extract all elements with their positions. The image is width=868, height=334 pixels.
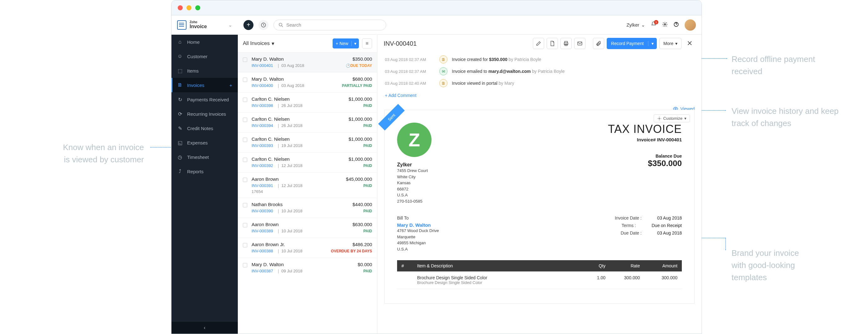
checkbox[interactable] xyxy=(243,178,247,182)
balance-due-value: $350.000 xyxy=(608,159,682,168)
history-icon: 🗎 xyxy=(439,55,447,64)
print-button[interactable] xyxy=(560,38,572,49)
invoice-detail: INV-000401 Record Payment ▾ More▾ ✕ 03 A… xyxy=(377,35,702,334)
org-selector[interactable]: Zylker ⌄ xyxy=(626,22,645,28)
chrome-close[interactable] xyxy=(178,5,183,10)
checkbox[interactable] xyxy=(243,58,247,62)
annotation-brand: Brand your invoice with good-looking tem… xyxy=(732,247,799,283)
checkbox[interactable] xyxy=(243,263,247,267)
history-row: 03 Aug 2018 02:37 AM ✉ Invoice emailed t… xyxy=(385,65,694,77)
svg-point-2 xyxy=(664,24,666,25)
attach-button[interactable] xyxy=(593,38,604,49)
paperclip-icon xyxy=(596,41,601,46)
invoice-row[interactable]: Carlton C. Nielsen$1,000.000 INV-000394｜… xyxy=(238,112,377,132)
pencil-icon xyxy=(536,41,541,46)
quick-add-button[interactable]: + xyxy=(243,20,253,30)
home-icon: ⌂ xyxy=(177,39,183,45)
chrome-bar xyxy=(172,0,702,15)
sidebar-item-payments-received[interactable]: ↻Payments Received xyxy=(172,92,238,107)
printer-icon xyxy=(563,41,569,46)
checkbox[interactable] xyxy=(243,223,247,227)
collapse-sidebar[interactable]: ‹ xyxy=(172,322,238,334)
customize-button[interactable]: Customize▾ xyxy=(654,114,690,122)
company-name: Zylker xyxy=(397,162,608,168)
edit-button[interactable] xyxy=(533,38,544,49)
sidebar-item-recurring-invoices[interactable]: ⟳Recurring Invoices xyxy=(172,107,238,121)
add-comment-link[interactable]: + Add Comment xyxy=(377,90,702,100)
more-button[interactable]: More▾ xyxy=(659,38,682,49)
invoice-list-column: All Invoices▾ +New ▾ ≡ Mary D. Walton$35… xyxy=(238,35,377,334)
brand-top: Zoho xyxy=(190,20,207,24)
sidebar-item-invoices[interactable]: 🗎Invoices+ xyxy=(172,78,238,92)
brand-switcher[interactable]: Zoho Invoice ⌄ xyxy=(172,20,238,30)
table-row: Brochure Design Single Sided ColorBrochu… xyxy=(397,271,682,289)
notifications-button[interactable]: 1 xyxy=(651,21,656,29)
sidebar-item-home[interactable]: ⌂Home xyxy=(172,35,238,49)
search-placeholder: Search xyxy=(286,22,301,28)
record-payment-dropdown[interactable]: ▾ xyxy=(648,41,657,46)
invoice-row[interactable]: Carlton C. Nielsen$1,000.000 INV-000398｜… xyxy=(238,92,377,112)
chart-icon: ⤴ xyxy=(177,169,183,174)
checkbox[interactable] xyxy=(243,243,247,247)
billto-label: Bill To xyxy=(397,215,615,221)
checkbox[interactable] xyxy=(243,138,247,142)
company-logo: Z xyxy=(397,123,432,157)
email-button[interactable] xyxy=(574,38,585,49)
user-icon: ☺ xyxy=(177,54,183,59)
gear-icon xyxy=(662,22,668,27)
history-row: 03 Aug 2018 02:37 AM 🗎 Invoice created f… xyxy=(385,54,694,65)
add-icon[interactable]: + xyxy=(229,82,232,88)
help-button[interactable] xyxy=(673,22,679,29)
brand-logo-icon xyxy=(177,20,186,30)
checkbox[interactable] xyxy=(243,77,247,82)
chrome-minimize[interactable] xyxy=(186,5,191,10)
checkbox[interactable] xyxy=(243,203,247,207)
invoice-row[interactable]: Mary D. Walton$0.000 INV-000387｜ 09 Jul … xyxy=(238,258,377,278)
sidebar-item-reports[interactable]: ⤴Reports xyxy=(172,164,238,178)
checkbox[interactable] xyxy=(243,98,247,102)
sidebar-item-items[interactable]: ⬚Items xyxy=(172,64,238,78)
new-invoice-dropdown[interactable]: ▾ xyxy=(351,41,359,46)
invoice-number: Invoice# INV-000401 xyxy=(608,137,682,142)
avatar[interactable] xyxy=(685,20,696,31)
invoice-title: INV-000401 xyxy=(383,40,530,47)
invoice-row[interactable]: Mary D. Walton$680.000 INV-000400｜ 03 Au… xyxy=(238,72,377,92)
svg-point-9 xyxy=(659,118,660,119)
invoice-row[interactable]: Aaron Brown Jr.$486.200 INV-000388｜ 10 J… xyxy=(238,238,377,258)
search-input[interactable]: Search xyxy=(274,20,386,30)
gear-icon xyxy=(657,116,661,121)
history-icon xyxy=(261,22,266,28)
checkbox[interactable] xyxy=(243,118,247,122)
pdf-icon xyxy=(550,41,555,46)
list-filter-dropdown[interactable]: All Invoices▾ xyxy=(243,40,274,47)
settings-button[interactable] xyxy=(662,22,668,29)
new-invoice-button[interactable]: +New ▾ xyxy=(333,38,359,48)
invoice-row[interactable]: Aaron Brown$45,000.000 INV-000391｜ 12 Ju… xyxy=(238,172,377,198)
sidebar-item-credit-notes[interactable]: ✎Credit Notes xyxy=(172,121,238,135)
box-icon: ⬚ xyxy=(177,68,183,74)
notification-count: 1 xyxy=(654,20,658,24)
list-view-toggle[interactable]: ≡ xyxy=(362,38,372,48)
sidebar-item-expenses[interactable]: ◱Expenses xyxy=(172,135,238,150)
pdf-button[interactable] xyxy=(547,38,558,49)
app-window: Zoho Invoice ⌄ + Search Zylker ⌄ 1 xyxy=(171,0,702,334)
checkbox[interactable] xyxy=(243,158,247,162)
invoice-row[interactable]: Aaron Brown$630.000 INV-000389｜ 10 Jul 2… xyxy=(238,218,377,238)
mail-icon xyxy=(577,41,583,46)
rotate-icon: ↻ xyxy=(177,97,183,103)
chrome-maximize[interactable] xyxy=(195,5,200,10)
search-icon xyxy=(278,22,284,28)
invoice-row[interactable]: Carlton C. Nielsen$1,000.000 INV-000392｜… xyxy=(238,152,377,172)
note-icon: ✎ xyxy=(177,125,183,131)
recent-button[interactable] xyxy=(258,20,269,30)
sidebar-item-customer[interactable]: ☺Customer xyxy=(172,49,238,64)
annotation-viewed: Know when an invoice is viewed by custom… xyxy=(19,141,144,166)
invoice-row[interactable]: Carlton C. Nielsen$1,000.000 INV-000393｜… xyxy=(238,132,377,152)
svg-point-8 xyxy=(675,108,677,110)
close-detail-button[interactable]: ✕ xyxy=(684,38,695,49)
sidebar-item-timesheet[interactable]: ◷Timesheet xyxy=(172,150,238,164)
history-icon: 🗎 xyxy=(439,79,447,87)
invoice-row[interactable]: Mary D. Walton$350.000 INV-000401｜ 03 Au… xyxy=(238,52,377,72)
invoice-row[interactable]: Nathan Brooks$440.000 INV-000390｜ 10 Jul… xyxy=(238,198,377,218)
record-payment-button[interactable]: Record Payment ▾ xyxy=(607,38,657,49)
